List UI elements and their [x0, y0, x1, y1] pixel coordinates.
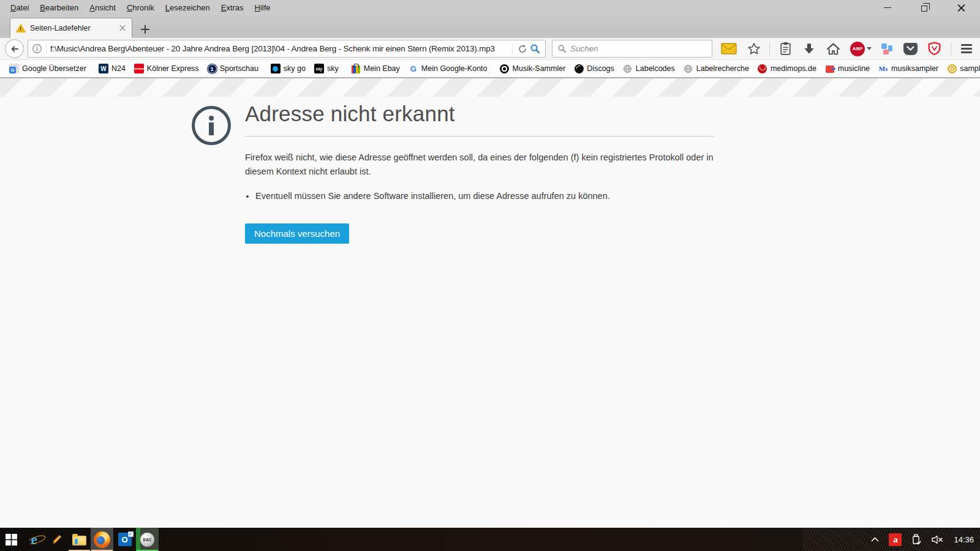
- bookmark-sportschau[interactable]: 1 Sportschau: [203, 60, 263, 77]
- menu-lesezeichen[interactable]: Lesezeichen: [160, 1, 216, 14]
- bookmark-discogs[interactable]: Discogs: [570, 60, 618, 77]
- tray-chevron-up-icon[interactable]: [870, 536, 880, 543]
- menu-hilfe[interactable]: Hilfe: [249, 1, 276, 14]
- taskbar-outlook[interactable]: O✓: [113, 528, 136, 551]
- bookmark-n24[interactable]: W N24: [94, 60, 130, 77]
- bookmark-labelcodes[interactable]: Labelcodes: [619, 60, 679, 77]
- sky-icon: sky: [314, 64, 324, 73]
- urlbar-divider-2: [512, 43, 513, 54]
- error-message-block: Adresse nicht erkannt Firefox weiß nicht…: [245, 102, 714, 244]
- menu-ansicht[interactable]: Ansicht: [84, 1, 121, 14]
- system-tray: a 14:36: [870, 528, 980, 551]
- firefox-icon: [94, 531, 110, 548]
- start-button[interactable]: [0, 528, 23, 551]
- error-bullet-list: Eventuell müssen Sie andere Software ins…: [245, 191, 714, 201]
- discogs-icon: [574, 64, 584, 73]
- error-stripe-band: [0, 78, 980, 97]
- bookmark-medimops[interactable]: medimops.de: [753, 60, 821, 77]
- taskbar-internet-explorer[interactable]: e: [23, 528, 45, 551]
- ebay-icon: [351, 64, 361, 73]
- koelner-express-icon: EXPRESS: [134, 64, 144, 73]
- warning-icon: !: [16, 24, 26, 32]
- menu-bar: Datei Bearbeiten Ansicht Chronik Lesezei…: [0, 0, 980, 15]
- sky-go-icon: [271, 64, 281, 73]
- extension-squares-icon[interactable]: [881, 42, 894, 56]
- bookmark-musik-sammler[interactable]: Musik-Sammler: [496, 60, 570, 77]
- sportschau-icon: 1: [208, 64, 217, 73]
- bookmark-star-icon[interactable]: [746, 41, 762, 57]
- musicline-icon: [825, 64, 835, 73]
- urlbar-search-icon[interactable]: [529, 42, 541, 55]
- bookmark-google-uebersetzer[interactable]: G Google Übersetzer: [5, 60, 91, 77]
- back-arrow-icon: [10, 44, 20, 54]
- google-icon: G: [409, 64, 418, 73]
- minimize-button[interactable]: [878, 0, 897, 15]
- bookmarks-toolbar: G Google Übersetzer W N24 EXPRESS Kölner…: [0, 60, 980, 78]
- restore-button[interactable]: [915, 0, 933, 15]
- abp-caret-icon: [867, 47, 872, 50]
- bookmark-samplerinfos[interactable]: samplerinfos: [943, 60, 980, 77]
- search-box[interactable]: [552, 40, 712, 58]
- back-button[interactable]: [5, 39, 24, 58]
- menu-hamburger-icon[interactable]: [959, 42, 974, 55]
- bookmarks-sidebar-icon[interactable]: [778, 40, 793, 57]
- shield-icon[interactable]: [926, 40, 943, 58]
- close-icon: [957, 4, 965, 12]
- reload-icon[interactable]: [516, 43, 529, 55]
- menu-datei[interactable]: Datei: [5, 1, 34, 14]
- taskbar-eac[interactable]: EAC: [136, 528, 159, 551]
- urlbar-divider: [46, 43, 47, 54]
- menu-extras[interactable]: Extras: [216, 1, 249, 14]
- google-translate-icon: G: [9, 64, 19, 73]
- new-tab-button[interactable]: [141, 25, 149, 34]
- menu-bearbeiten[interactable]: Bearbeiten: [34, 1, 84, 14]
- mail-icon[interactable]: [720, 42, 738, 56]
- bookmark-labelrecherche[interactable]: Labelrecherche: [679, 60, 753, 77]
- tab-seiten-ladefehler[interactable]: ! Seiten-Ladefehler: [10, 18, 132, 38]
- tab-title: Seiten-Ladefehler: [30, 24, 115, 32]
- musik-sammler-icon: [500, 64, 510, 73]
- url-bar[interactable]: [28, 40, 546, 58]
- window-controls: [878, 0, 980, 15]
- bookmark-sky-go[interactable]: sky go: [266, 60, 310, 77]
- bookmark-sky[interactable]: sky sky: [310, 60, 343, 77]
- samplerinfos-icon: [947, 64, 957, 73]
- bookmark-mein-google-konto[interactable]: G Mein Google-Konto: [404, 60, 492, 77]
- bookmark-musicline[interactable]: musicline: [821, 60, 874, 77]
- bookmark-mein-ebay[interactable]: Mein Ebay: [347, 60, 404, 77]
- taskbar-file-explorer[interactable]: [68, 528, 91, 551]
- menu-chronik[interactable]: Chronik: [121, 1, 160, 14]
- restore-icon: [921, 6, 927, 12]
- n24-icon: W: [99, 64, 108, 73]
- minimize-icon: [884, 7, 891, 8]
- taskbar-mp3tag[interactable]: [45, 528, 68, 551]
- error-divider: [245, 136, 714, 137]
- search-icon: [557, 44, 567, 53]
- musiksampler-icon: Ms: [878, 64, 888, 73]
- downloads-icon[interactable]: [801, 41, 817, 57]
- search-input[interactable]: [570, 44, 707, 53]
- page-info-icon[interactable]: [32, 43, 42, 54]
- retry-button[interactable]: Nochmals versuchen: [245, 223, 349, 244]
- pencil-tag-icon: [51, 533, 63, 545]
- home-icon[interactable]: [825, 41, 842, 57]
- error-paragraph: Firefox weiß nicht, wie diese Adresse ge…: [245, 151, 714, 179]
- tab-close-icon[interactable]: [119, 24, 126, 32]
- url-input[interactable]: [50, 44, 508, 53]
- close-button[interactable]: [952, 0, 970, 15]
- toolbar-separator: [769, 43, 770, 55]
- taskbar-firefox[interactable]: [91, 528, 113, 551]
- internet-explorer-icon: e: [31, 533, 37, 547]
- bookmark-koelner-express[interactable]: EXPRESS Kölner Express: [130, 60, 203, 77]
- pocket-icon[interactable]: [902, 42, 919, 56]
- bookmark-musiksampler[interactable]: Ms musiksampler: [874, 60, 943, 77]
- volume-muted-icon[interactable]: [931, 534, 943, 545]
- avira-tray-icon[interactable]: a: [889, 533, 902, 546]
- toolbar-separator-2: [951, 43, 951, 55]
- clock[interactable]: 14:36: [952, 535, 974, 544]
- globe-icon: [623, 64, 633, 73]
- navigation-toolbar: ABP: [0, 38, 980, 60]
- adblock-plus-icon[interactable]: ABP: [849, 40, 873, 58]
- globe-icon: [684, 64, 693, 73]
- usb-device-tray-icon[interactable]: [911, 533, 922, 545]
